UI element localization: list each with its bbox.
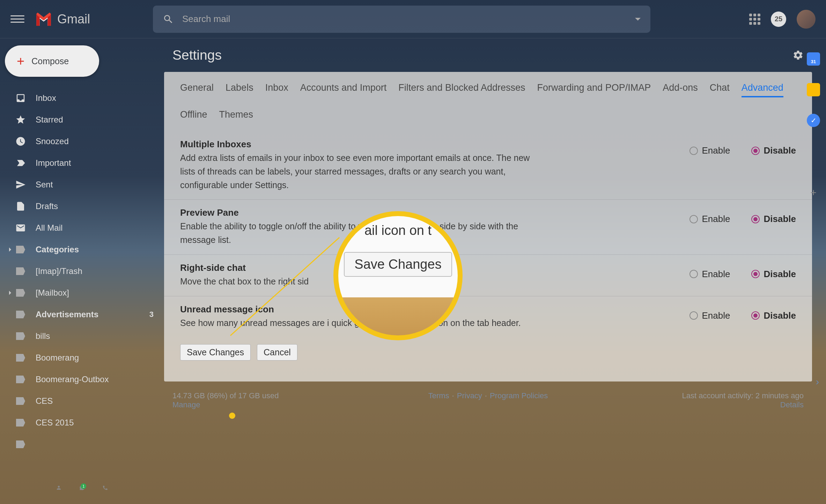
hangouts-icon[interactable]: 1: [79, 485, 85, 496]
sidebar-item-bills[interactable]: bills: [5, 325, 164, 347]
tab-labels[interactable]: Labels: [226, 82, 253, 97]
callout-dot: [229, 413, 235, 419]
callout-text-fragment: ail icon on t: [364, 223, 432, 238]
person-icon[interactable]: [56, 485, 62, 496]
sidebar-item-ces-2015[interactable]: CES 2015: [5, 412, 164, 433]
settings-header: Settings: [164, 38, 812, 72]
sidebar-item-drafts[interactable]: Drafts: [5, 195, 164, 217]
tab-forwarding-and-pop-imap[interactable]: Forwarding and POP/IMAP: [537, 82, 651, 97]
tab-general[interactable]: General: [180, 82, 214, 97]
account-avatar[interactable]: [797, 10, 816, 29]
tab-accounts-and-import[interactable]: Accounts and Import: [300, 82, 387, 97]
side-panel: 31 + ›: [801, 42, 826, 199]
radio-group: EnableDisable: [689, 304, 796, 321]
sidebar-item-label: Sent: [36, 180, 53, 190]
disable-radio[interactable]: Disable: [751, 214, 796, 224]
sidebar-item-count: 3: [149, 310, 154, 319]
label-icon: [15, 309, 26, 320]
action-buttons: Save Changes Cancel: [164, 337, 812, 361]
content-area: Settings GeneralLabelsInboxAccounts and …: [164, 38, 826, 455]
sidebar-item-advertisements[interactable]: Advertisements3: [5, 304, 164, 325]
enable-radio[interactable]: Enable: [689, 214, 730, 224]
sidebar-item-inbox[interactable]: Inbox: [5, 87, 164, 109]
sidebar-item-boomerang[interactable]: Boomerang: [5, 347, 164, 369]
apps-launcher-icon[interactable]: [749, 14, 760, 25]
footer-link-terms[interactable]: Terms: [428, 391, 449, 400]
sidebar-item--imap-trash[interactable]: [Imap]/Trash: [5, 260, 164, 282]
mail-icon: [15, 223, 26, 233]
gmail-icon: [35, 13, 52, 26]
search-input[interactable]: [182, 14, 628, 24]
sidebar-item-label: Inbox: [36, 93, 56, 103]
disable-radio[interactable]: Disable: [751, 145, 796, 156]
radio-group: EnableDisable: [689, 207, 796, 224]
sidebar-item-label: Drafts: [36, 201, 58, 211]
sidebar-item-label: All Mail: [36, 223, 62, 233]
clock-icon: [15, 136, 26, 147]
tab-chat[interactable]: Chat: [710, 82, 730, 97]
sidebar-item-ces[interactable]: CES: [5, 390, 164, 412]
sidebar-item-label: Categories: [36, 245, 79, 254]
sidebar-item-label: Snoozed: [36, 136, 69, 146]
compose-label: Compose: [31, 56, 69, 66]
save-button[interactable]: Save Changes: [180, 344, 251, 361]
setting-title: Multiple Inboxes: [180, 139, 533, 150]
tasks-icon[interactable]: [807, 114, 820, 127]
phone-icon[interactable]: [102, 485, 108, 496]
footer-link-privacy[interactable]: Privacy: [457, 391, 482, 400]
calendar-icon[interactable]: 31: [807, 52, 820, 66]
tab-advanced[interactable]: Advanced: [742, 82, 783, 97]
footer: 14.73 GB (86%) of 17 GB used Manage Term…: [164, 381, 812, 419]
sidebar-item-blank[interactable]: [5, 433, 164, 455]
notifications-badge[interactable]: 25: [771, 12, 786, 27]
label-icon: [15, 331, 26, 341]
sidebar-item-all-mail[interactable]: All Mail: [5, 217, 164, 239]
plus-icon: +: [17, 54, 24, 69]
add-icon[interactable]: +: [807, 186, 820, 199]
storage-text: 14.73 GB (86%) of 17 GB used: [172, 391, 279, 400]
search-icon[interactable]: [163, 14, 174, 25]
chevron-right-icon[interactable]: ›: [816, 376, 819, 387]
disable-radio[interactable]: Disable: [751, 269, 796, 280]
search-box: [153, 6, 650, 33]
expand-caret-icon: [9, 247, 11, 252]
sidebar-item--mailbox-[interactable]: [Mailbox]: [5, 282, 164, 304]
sidebar-item-starred[interactable]: Starred: [5, 109, 164, 131]
main-menu-button[interactable]: [10, 12, 24, 26]
tab-themes[interactable]: Themes: [219, 109, 253, 123]
sidebar-item-important[interactable]: Important: [5, 152, 164, 174]
enable-radio[interactable]: Enable: [689, 310, 730, 321]
enable-radio[interactable]: Enable: [689, 145, 730, 156]
sidebar-item-categories[interactable]: Categories: [5, 239, 164, 260]
sidebar-item-label: CES: [36, 396, 53, 406]
enable-radio[interactable]: Enable: [689, 269, 730, 280]
tab-inbox[interactable]: Inbox: [265, 82, 288, 97]
sidebar-item-snoozed[interactable]: Snoozed: [5, 131, 164, 152]
cancel-button[interactable]: Cancel: [257, 344, 297, 361]
radio-group: EnableDisable: [689, 262, 796, 280]
compose-button[interactable]: + Compose: [5, 45, 99, 77]
settings-panel: GeneralLabelsInboxAccounts and ImportFil…: [164, 72, 812, 381]
keep-icon[interactable]: [807, 83, 820, 96]
gmail-logo[interactable]: Gmail: [35, 12, 90, 27]
footer-link-program-policies[interactable]: Program Policies: [490, 391, 548, 400]
label-icon: [15, 417, 26, 428]
search-options-dropdown[interactable]: [635, 18, 641, 21]
sidebar-item-boomerang-outbox[interactable]: Boomerang-Outbox: [5, 369, 164, 390]
disable-radio[interactable]: Disable: [751, 310, 796, 321]
label-icon: [15, 439, 26, 450]
tab-add-ons[interactable]: Add-ons: [663, 82, 698, 97]
label-icon: [15, 396, 26, 406]
tab-offline[interactable]: Offline: [180, 109, 207, 123]
details-link[interactable]: Details: [780, 400, 804, 409]
tab-filters-and-blocked-addresses[interactable]: Filters and Blocked Addresses: [398, 82, 525, 97]
sidebar-item-label: CES 2015: [36, 418, 74, 428]
expand-caret-icon: [9, 291, 11, 295]
label-icon: [15, 353, 26, 363]
setting-row-multiple-inboxes: Multiple InboxesAdd extra lists of email…: [164, 131, 812, 200]
sidebar-item-label: [Imap]/Trash: [36, 266, 82, 276]
manage-link[interactable]: Manage: [172, 400, 200, 409]
header: Gmail 25: [0, 0, 826, 38]
sidebar-item-sent[interactable]: Sent: [5, 174, 164, 195]
label-icon: [15, 374, 26, 385]
